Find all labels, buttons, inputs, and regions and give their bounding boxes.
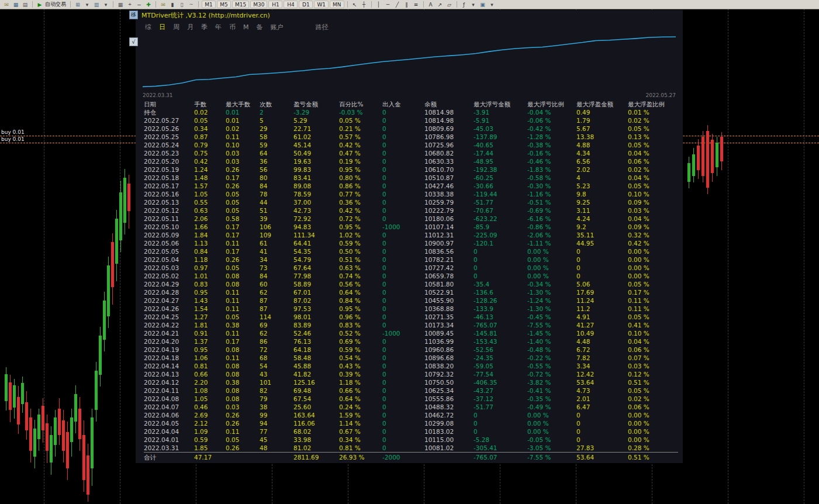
cell: 0.00 % [527,419,576,427]
cell: 10782.21 [424,256,474,264]
text-label-icon[interactable]: A [426,1,436,8]
cell: 10838.20 [424,362,474,370]
cell: 4.88 [576,141,628,149]
cell: 0.49 [576,108,628,116]
timeframe-button-w1[interactable]: W1 [314,1,329,8]
cell: 125.16 [293,378,339,386]
panel-menu-m[interactable]: M [243,23,249,31]
cell: 0 [382,337,424,346]
cell: -1.24 % [527,296,576,305]
cursor-icon[interactable]: ↖ [350,1,360,8]
templates-icon[interactable]: ▣ [478,1,488,8]
timeframe-button-mn[interactable]: MN [330,1,344,8]
cell: 0.17 [226,174,260,182]
zoom-in-icon[interactable]: ＋ [125,1,134,8]
trendline-icon[interactable]: ╱ [393,1,402,8]
panel-menu-monthly[interactable]: 月 [187,23,193,32]
templates-dropdown-icon[interactable]: ▾ [488,1,497,8]
cell: 2022.05.03 [144,264,194,272]
panel-menu-account[interactable]: 账户 [271,23,284,32]
profiles-icon[interactable]: ▥ [92,1,101,8]
cell: 1.08 [194,386,226,395]
move-button[interactable]: 移 [129,11,138,19]
column-header-4: 盈亏金额 [293,100,339,108]
timeframe-button-d1[interactable]: D1 [299,1,313,8]
shapes-icon[interactable]: ▱ [445,1,454,8]
panel-menu-quarterly[interactable]: 季 [201,23,208,32]
cell: -0.48 % [527,346,576,354]
panel-menu-path[interactable]: 路径 [316,23,329,32]
panel-menu-yearly[interactable]: 年 [215,23,222,32]
new-order-icon[interactable]: ✉ [2,1,11,8]
cell: -77.54 [474,370,527,378]
cell: -137.89 [474,133,527,141]
table-row: 2022.05.260.340.022922.710.21 %010809.69… [144,125,678,133]
cell: 0.04 % [628,337,678,346]
table-row: 2022.04.062.690.2699163.641.59 %010462.7… [144,411,678,419]
cell: 2022.05.27 [144,116,194,125]
cell: 持仓 [144,108,194,116]
line-chart-icon[interactable]: ～ [186,1,196,8]
indicators-dropdown-icon[interactable]: ▾ [469,1,478,8]
cell: 0.57 % [339,133,382,141]
tile-windows-icon[interactable]: ▦ [116,1,125,8]
cell: 0.95 [194,346,226,354]
cell: 0.08 [226,272,260,280]
cell: 0.06 % [628,346,678,354]
vertical-line-icon[interactable]: │ [374,1,383,8]
fibonacci-icon[interactable]: ≡ [412,1,421,8]
cell: 0.11 [226,305,260,313]
chart-dropdown-icon[interactable]: ▾ [82,1,92,8]
crosshair-icon[interactable]: ┼ [360,1,369,8]
channel-icon[interactable]: ∥ [402,1,412,8]
auto-trading-button[interactable]: ▶ [35,1,44,8]
zoom-out-icon[interactable]: − [134,1,144,8]
cell: 0.84 [194,247,226,256]
cell: 0 [382,108,424,116]
cell: 5.29 [293,116,339,125]
candle-chart-icon[interactable]: ▯ [177,1,186,8]
profiles-dropdown-icon[interactable]: ▾ [101,1,110,8]
horizontal-line-icon[interactable]: ─ [383,1,393,8]
check-button[interactable]: √ [129,37,138,46]
charts-icon[interactable]: ▦ [11,1,20,8]
candlestick [50,0,53,504]
table-row: 2022.05.101.660.1710694.830.95 %-1000101… [144,223,678,231]
panel-menu-daily[interactable]: 日 [159,23,165,32]
cell: 0 [382,133,424,141]
cell: 0.03 % [628,362,678,370]
cell: 2022.05.19 [144,165,194,174]
cell: 0.17 % [628,288,678,296]
panel-menu-backup[interactable]: 备 [257,23,263,32]
timeframe-button-m5[interactable]: M5 [217,1,231,8]
panel-menu-summary[interactable]: 综 [145,23,151,32]
new-chart-icon[interactable]: ⊞ [73,1,82,8]
add-indicator-icon[interactable]: ✚ [144,1,153,8]
cell: 2022.05.18 [144,174,194,182]
cell: -0.86 % [527,223,576,231]
cell: 1.01 [194,272,226,280]
timeframe-button-h4[interactable]: H4 [284,1,298,8]
cell: 51 [260,206,293,215]
indicators-icon[interactable]: ƒ [459,1,469,8]
cell: 2022.05.16 [144,190,194,198]
cell: 2022.04.05 [144,419,194,427]
timeframe-button-m1[interactable]: M1 [202,1,216,8]
panel-menu-weekly[interactable]: 周 [173,23,179,32]
bar-chart-icon[interactable]: ▮ [168,1,177,8]
candlestick [111,0,114,504]
cell: -45.03 [474,125,527,133]
cell: 5.67 [576,125,628,133]
toolbar-separator [113,1,113,8]
market-watch-icon[interactable]: ▤ [20,1,30,8]
cell: 1.05 [194,395,226,403]
timeframe-button-m15[interactable]: M15 [232,1,249,8]
timeframe-button-h1[interactable]: H1 [268,1,282,8]
mail-icon[interactable]: ✉ [158,1,168,8]
panel-menu-currency[interactable]: 币 [229,23,236,32]
cell: 83.41 [293,174,339,182]
cell: 73 [260,264,293,272]
arrow-tools-icon[interactable]: ↗ [436,1,445,8]
timeframe-button-m30[interactable]: M30 [250,1,267,8]
chart-end-date: 2022.05.27 [645,92,676,98]
